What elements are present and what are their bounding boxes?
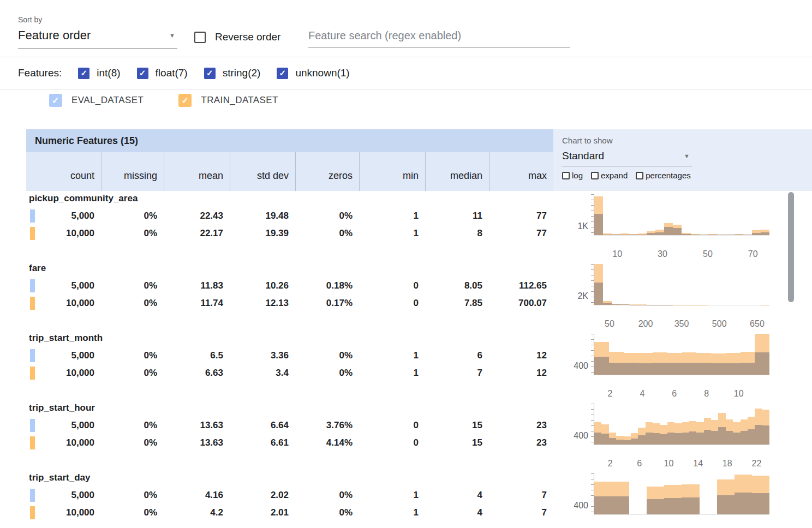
checkbox-unchecked-icon[interactable] xyxy=(194,32,206,43)
stat-value-mean: 13.63 xyxy=(164,434,230,452)
histogram-bar xyxy=(735,235,743,236)
checkbox-checked-icon[interactable]: ✓ xyxy=(277,68,288,79)
dataset-swatch-eval xyxy=(30,279,35,292)
histogram-bar xyxy=(717,495,735,514)
feature-type-filter-unknown1[interactable]: ✓unknown(1) xyxy=(277,67,349,79)
dataset-swatch-eval xyxy=(30,419,35,432)
checkbox-unchecked-icon[interactable] xyxy=(636,172,643,179)
y-axis-label: 400 xyxy=(557,361,588,371)
x-tick-label: 50 xyxy=(703,249,713,259)
x-tick-label: 650 xyxy=(750,319,765,329)
column-header-std-dev[interactable]: std dev xyxy=(230,152,295,191)
x-tick-label: 200 xyxy=(638,319,653,329)
x-tick-label: 8 xyxy=(704,389,709,399)
histogram-bar xyxy=(708,235,717,236)
stat-value-count: 5,000 xyxy=(26,347,101,364)
feature-stats-row-train: 10,0000%13.636.614.14%01523 xyxy=(26,434,553,452)
histogram-bar xyxy=(717,235,726,235)
stat-value-min: 0 xyxy=(359,434,425,452)
x-tick-label: 2 xyxy=(607,389,612,399)
checkbox-unchecked-icon[interactable] xyxy=(562,172,570,179)
checkbox-checked-icon[interactable]: ✓ xyxy=(204,68,216,79)
column-header-count[interactable]: count xyxy=(26,152,101,191)
column-header-min[interactable]: min xyxy=(359,152,425,191)
features-filter-label: Features: xyxy=(18,67,62,79)
stat-value-count: 5,000 xyxy=(26,487,101,504)
stat-value-min: 0 xyxy=(359,417,425,434)
series-eval_dataset xyxy=(594,404,769,445)
feature-type-filter-float7[interactable]: ✓float(7) xyxy=(137,67,188,79)
x-tick-label: 14 xyxy=(693,459,703,469)
histogram-plot[interactable] xyxy=(594,334,769,375)
stat-value-mean: 4.2 xyxy=(164,504,230,521)
column-header-missing[interactable]: missing xyxy=(101,152,164,191)
feature-charts: 1K103050702K5020035050065040024681040026… xyxy=(557,191,786,528)
histogram-bar xyxy=(655,232,664,235)
feature-stats-row-train: 10,0000%6.633.40%1712 xyxy=(26,364,553,382)
chart-type-dropdown[interactable]: Standard ▼ xyxy=(562,146,692,166)
dataset-label: EVAL_DATASET xyxy=(71,95,144,106)
toggle-percentages[interactable]: percentages xyxy=(636,171,691,180)
stat-value-mean: 13.63 xyxy=(164,417,230,434)
stat-value-max: 12 xyxy=(489,364,553,382)
dataset-toggle-eval_dataset[interactable]: ✓EVAL_DATASET xyxy=(49,94,144,107)
histogram-bar xyxy=(667,433,674,445)
stat-value-count: 10,000 xyxy=(26,504,101,521)
stat-value-max: 12 xyxy=(489,347,553,364)
histogram-bar xyxy=(748,429,755,445)
toggle-expand[interactable]: expand xyxy=(591,171,628,180)
stat-value-mean: 6.63 xyxy=(164,364,230,382)
histogram-bar xyxy=(752,233,761,236)
checkbox-checked-icon[interactable]: ✓ xyxy=(137,68,148,79)
column-header-median[interactable]: median xyxy=(425,152,489,191)
histogram-plot[interactable] xyxy=(594,404,769,445)
feature-search-input[interactable] xyxy=(308,27,570,48)
toggle-log[interactable]: log xyxy=(562,171,583,180)
stat-value-min: 1 xyxy=(359,364,425,382)
y-axis-label: 1K xyxy=(557,221,588,231)
stat-value-mean: 4.16 xyxy=(164,487,230,504)
stat-value-missing: 0% xyxy=(101,364,164,382)
sort-order-dropdown[interactable]: Feature order ▼ xyxy=(18,28,177,49)
histogram-bar xyxy=(755,425,762,445)
histogram-bar xyxy=(638,235,647,236)
dataset-swatch-train xyxy=(30,367,35,380)
feature-type-filter-int8[interactable]: ✓int(8) xyxy=(78,67,120,79)
histogram-bar xyxy=(761,232,769,235)
feature-type-filter-string2[interactable]: ✓string(2) xyxy=(204,67,261,79)
stat-value-count: 10,000 xyxy=(26,295,101,312)
dataset-swatch-train xyxy=(30,436,35,449)
column-header-zeros[interactable]: zeros xyxy=(295,152,359,191)
checkbox-checked-icon[interactable]: ✓ xyxy=(49,94,62,107)
histogram-bar xyxy=(603,303,612,305)
histogram-plot[interactable] xyxy=(594,194,769,236)
histogram-plot[interactable] xyxy=(594,264,769,305)
dataset-label: TRAIN_DATASET xyxy=(201,95,278,106)
dataset-toggle-train_dataset[interactable]: ✓TRAIN_DATASET xyxy=(178,94,278,107)
stat-value-std-dev: 2.01 xyxy=(230,504,295,521)
checkbox-checked-icon[interactable]: ✓ xyxy=(178,94,192,107)
histogram-bar xyxy=(733,433,740,445)
histogram-bar xyxy=(609,438,616,445)
checkbox-unchecked-icon[interactable] xyxy=(591,172,599,179)
stat-value-mean: 22.17 xyxy=(164,225,230,242)
checkbox-checked-icon[interactable]: ✓ xyxy=(78,68,89,79)
column-header-max[interactable]: max xyxy=(489,152,553,191)
stat-value-missing: 0% xyxy=(101,207,164,225)
column-header-mean[interactable]: mean xyxy=(164,152,230,191)
stat-value-median: 7.85 xyxy=(425,295,489,312)
x-tick-label: 22 xyxy=(752,459,762,469)
numeric-features-header: Numeric Features (15) xyxy=(26,129,553,152)
reverse-order-checkbox[interactable]: Reverse order xyxy=(194,31,280,43)
vertical-scrollbar[interactable] xyxy=(788,192,794,302)
histogram-plot[interactable] xyxy=(594,473,769,515)
toggle-percentages-label: percentages xyxy=(646,171,691,180)
y-axis-ticks-icon xyxy=(591,264,594,305)
feature-stats-row-eval: 5,0000%13.636.643.76%01523 xyxy=(26,417,553,434)
stat-value-median: 6 xyxy=(425,347,489,364)
stat-value-max: 77 xyxy=(489,225,553,242)
stat-value-missing: 0% xyxy=(101,417,164,434)
stat-value-count: 5,000 xyxy=(26,207,101,225)
histogram-bar xyxy=(704,430,711,445)
histogram-bar xyxy=(682,234,690,235)
